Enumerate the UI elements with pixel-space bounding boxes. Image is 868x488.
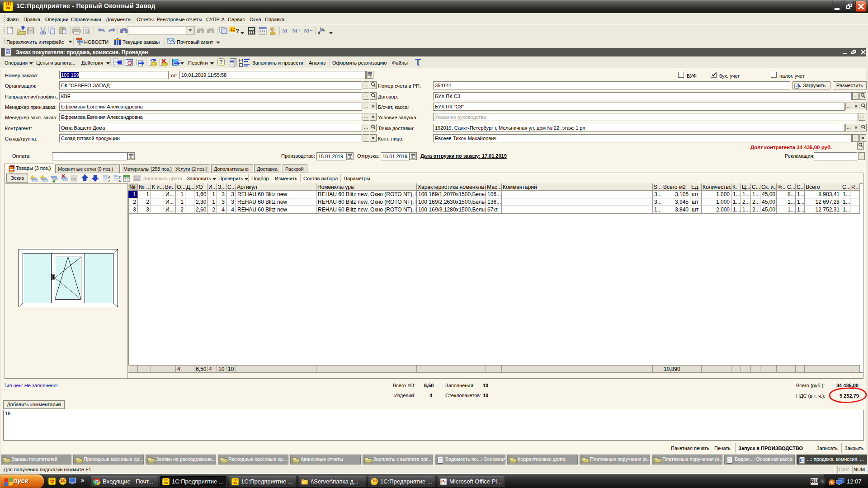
svg-text:M−: M−: [304, 27, 313, 34]
svg-text:M: M: [282, 27, 288, 34]
svg-text:Z: Z: [108, 179, 110, 183]
svg-text:A: A: [118, 179, 121, 183]
svg-text:?: ?: [236, 28, 239, 34]
svg-text:M+: M+: [292, 27, 301, 34]
svg-text:Pi: Pi: [441, 479, 446, 484]
svg-text:1C: 1C: [231, 28, 235, 32]
svg-text:OK: OK: [71, 178, 76, 181]
